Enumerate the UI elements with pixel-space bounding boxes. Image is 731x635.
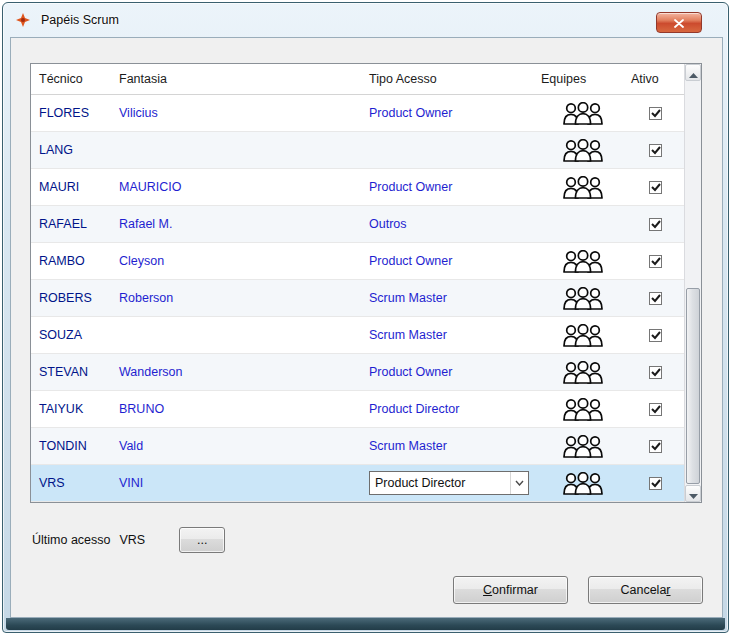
- table-row[interactable]: RAFAEL Rafael M. Outros: [31, 206, 684, 243]
- check-icon: [651, 442, 661, 451]
- action-buttons: Confirmar Cancelar: [453, 576, 703, 604]
- last-access-value: VRS: [120, 533, 146, 547]
- cell-tipo-acesso: Product Director: [361, 471, 539, 495]
- last-access-row: Último acesso VRS ...: [32, 526, 225, 553]
- cell-ativo: [627, 440, 684, 453]
- table-row[interactable]: FLORES Vilicius Product Owner: [31, 95, 684, 132]
- table-row[interactable]: STEVAN Wanderson Product Owner: [31, 354, 684, 391]
- ativo-checkbox[interactable]: [649, 366, 662, 379]
- tipo-acesso-text: Product Owner: [369, 180, 452, 194]
- people-group-icon[interactable]: [562, 176, 604, 199]
- tipo-acesso-text: Product Owner: [369, 106, 452, 120]
- people-group-icon[interactable]: [562, 139, 604, 162]
- people-group-icon[interactable]: [562, 361, 604, 384]
- ativo-checkbox[interactable]: [649, 329, 662, 342]
- check-icon: [651, 405, 661, 414]
- ativo-checkbox[interactable]: [649, 403, 662, 416]
- table-row[interactable]: ROBERS Roberson Scrum Master: [31, 280, 684, 317]
- cell-equipes: [539, 324, 627, 347]
- vertical-scrollbar[interactable]: [684, 64, 701, 502]
- tipo-acesso-text: Outros: [369, 217, 407, 231]
- cell-fantasia: Vilicius: [111, 106, 361, 120]
- last-access-label: Último acesso: [32, 533, 111, 547]
- scrollbar-down-button[interactable]: [685, 485, 701, 502]
- confirm-label-rest: onfirmar: [492, 583, 538, 597]
- table-row[interactable]: VRS VINI Product Director: [31, 465, 684, 502]
- people-group-icon[interactable]: [562, 287, 604, 310]
- cell-ativo: [627, 329, 684, 342]
- table-row[interactable]: RAMBO Cleyson Product Owner: [31, 243, 684, 280]
- cell-tipo-acesso: Scrum Master: [361, 439, 539, 453]
- ativo-checkbox[interactable]: [649, 181, 662, 194]
- table-row[interactable]: MAURI MAURICIO Product Owner: [31, 169, 684, 206]
- check-icon: [651, 146, 661, 155]
- cell-ativo: [627, 181, 684, 194]
- column-header-ativo[interactable]: Ativo: [627, 72, 684, 86]
- people-group-icon[interactable]: [562, 435, 604, 458]
- scrollbar-up-button[interactable]: [685, 64, 701, 81]
- people-group-icon[interactable]: [562, 250, 604, 273]
- table-row[interactable]: TONDIN Vald Scrum Master: [31, 428, 684, 465]
- cell-tipo-acesso: Product Owner: [361, 180, 539, 194]
- browse-button[interactable]: ...: [179, 527, 225, 553]
- cell-fantasia: Cleyson: [111, 254, 361, 268]
- table-row[interactable]: SOUZA Scrum Master: [31, 317, 684, 354]
- cell-tipo-acesso: Product Owner: [361, 254, 539, 268]
- check-icon: [651, 109, 661, 118]
- titlebar[interactable]: Papéis Scrum: [3, 3, 728, 37]
- chevron-down-icon[interactable]: [510, 472, 528, 494]
- dialog-window: Papéis Scrum Técnico Fantasia Tipo Acess…: [2, 2, 729, 633]
- column-header-tecnico[interactable]: Técnico: [31, 72, 111, 86]
- cell-tecnico: TONDIN: [31, 439, 111, 453]
- confirm-button[interactable]: Confirmar: [453, 576, 568, 604]
- tipo-acesso-text: Scrum Master: [369, 291, 447, 305]
- check-icon: [651, 183, 661, 192]
- column-header-tipo-acesso[interactable]: Tipo Acesso: [361, 72, 539, 86]
- cell-ativo: [627, 144, 684, 157]
- ativo-checkbox[interactable]: [649, 477, 662, 490]
- people-group-icon[interactable]: [562, 398, 604, 421]
- ativo-checkbox[interactable]: [649, 218, 662, 231]
- tipo-acesso-text: Product Owner: [369, 254, 452, 268]
- cell-equipes: [539, 213, 627, 236]
- table-row[interactable]: LANG: [31, 132, 684, 169]
- dialog-body: Técnico Fantasia Tipo Acesso Equipes Ati…: [10, 37, 723, 618]
- confirm-accelerator: C: [483, 583, 492, 597]
- tipo-acesso-combobox[interactable]: Product Director: [369, 471, 529, 495]
- cell-ativo: [627, 366, 684, 379]
- cell-fantasia: Vald: [111, 439, 361, 453]
- cell-tecnico: RAFAEL: [31, 217, 111, 231]
- cell-equipes: [539, 287, 627, 310]
- cell-fantasia: MAURICIO: [111, 180, 361, 194]
- people-group-icon[interactable]: [562, 472, 604, 495]
- close-button[interactable]: [656, 12, 702, 33]
- cell-fantasia: Rafael M.: [111, 217, 361, 231]
- table-row[interactable]: TAIYUK BRUNO Product Director: [31, 391, 684, 428]
- cell-equipes: [539, 435, 627, 458]
- cell-tecnico: FLORES: [31, 106, 111, 120]
- scrollbar-thumb[interactable]: [686, 288, 700, 484]
- column-header-equipes[interactable]: Equipes: [539, 72, 627, 86]
- cell-tecnico: MAURI: [31, 180, 111, 194]
- app-icon: [15, 12, 31, 28]
- column-header-fantasia[interactable]: Fantasia: [111, 72, 361, 86]
- cell-tecnico: VRS: [31, 476, 111, 490]
- check-icon: [651, 220, 661, 229]
- cell-tipo-acesso: Scrum Master: [361, 291, 539, 305]
- cancel-button[interactable]: Cancelar: [588, 576, 703, 604]
- cell-equipes: [539, 361, 627, 384]
- table-body: FLORES Vilicius Product Owner: [31, 95, 684, 502]
- cancel-label-rest: Cancela: [620, 583, 666, 597]
- confirm-button-label: Confirmar: [483, 583, 538, 597]
- cell-equipes: [539, 398, 627, 421]
- ativo-checkbox[interactable]: [649, 292, 662, 305]
- people-group-icon[interactable]: [562, 102, 604, 125]
- people-group-icon[interactable]: [562, 324, 604, 347]
- window-bottom-frame: [6, 618, 725, 630]
- ativo-checkbox[interactable]: [649, 144, 662, 157]
- ativo-checkbox[interactable]: [649, 440, 662, 453]
- tipo-acesso-text: Scrum Master: [369, 439, 447, 453]
- ativo-checkbox[interactable]: [649, 255, 662, 268]
- ativo-checkbox[interactable]: [649, 107, 662, 120]
- check-icon: [651, 479, 661, 488]
